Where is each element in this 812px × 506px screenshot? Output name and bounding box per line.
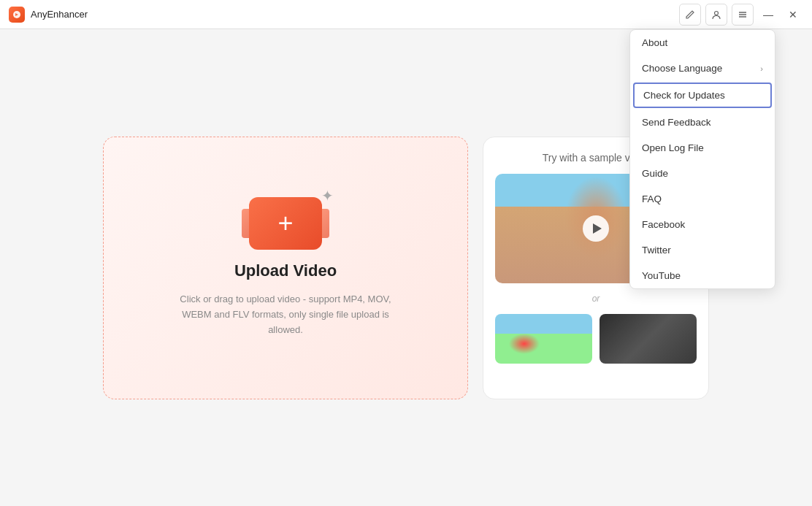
- sparkle-icon: ✦: [321, 187, 334, 204]
- menu-item-about[interactable]: About: [630, 30, 775, 55]
- minimize-icon: —: [763, 9, 773, 20]
- play-icon: [593, 223, 602, 234]
- menu-item-label-choose-language: Choose Language: [642, 63, 722, 74]
- menu-item-youtube[interactable]: YouTube: [630, 263, 775, 288]
- upload-desc: Click or drag to upload video - support …: [169, 292, 402, 337]
- minimize-button[interactable]: —: [758, 4, 778, 25]
- menu-item-faq[interactable]: FAQ: [630, 186, 775, 212]
- user-button[interactable]: [705, 4, 727, 26]
- or-text: or: [592, 294, 600, 304]
- play-button[interactable]: [583, 215, 609, 242]
- menu-item-guide[interactable]: Guide: [630, 161, 775, 186]
- app-icon: [9, 7, 25, 23]
- sample-thumb-2[interactable]: [600, 314, 697, 364]
- sample-thumb-1[interactable]: [495, 314, 592, 364]
- menu-item-label-check-updates: Check for Updates: [643, 90, 725, 101]
- menu-item-facebook[interactable]: Facebook: [630, 212, 775, 237]
- edit-button[interactable]: [679, 4, 701, 26]
- svg-point-1: [715, 11, 719, 15]
- menu-item-label-twitter: Twitter: [642, 245, 671, 256]
- plus-sign: +: [277, 208, 293, 239]
- thumbnail-row: [495, 314, 697, 364]
- chevron-right-icon: ›: [760, 64, 763, 73]
- upload-title: Upload Video: [234, 261, 337, 280]
- menu-item-send-feedback[interactable]: Send Feedback: [630, 110, 775, 135]
- edit-icon: [685, 9, 695, 20]
- title-bar: AnyEnhancer — ✕: [0, 0, 812, 29]
- menu-button[interactable]: [732, 4, 754, 26]
- dropdown-menu: AboutChoose Language›Check for UpdatesSe…: [629, 29, 775, 289]
- upload-icon: +: [249, 197, 322, 250]
- menu-item-choose-language[interactable]: Choose Language›: [630, 55, 775, 81]
- upload-area[interactable]: + ✦ Upload Video Click or drag to upload…: [103, 137, 468, 399]
- menu-item-label-about: About: [642, 37, 667, 48]
- app-title: AnyEnhancer: [31, 9, 88, 20]
- menu-item-check-updates[interactable]: Check for Updates: [633, 83, 772, 108]
- menu-item-open-log[interactable]: Open Log File: [630, 135, 775, 161]
- menu-item-label-faq: FAQ: [642, 193, 662, 204]
- menu-item-twitter[interactable]: Twitter: [630, 237, 775, 263]
- menu-item-label-send-feedback: Send Feedback: [642, 117, 711, 128]
- user-icon: [711, 9, 721, 20]
- upload-icon-container: + ✦: [249, 197, 322, 250]
- menu-item-label-open-log: Open Log File: [642, 142, 704, 153]
- thumb-1-image: [495, 314, 592, 364]
- menu-item-label-facebook: Facebook: [642, 219, 685, 230]
- title-bar-right: — ✕: [679, 4, 803, 26]
- menu-item-label-guide: Guide: [642, 168, 668, 179]
- menu-item-label-youtube: YouTube: [642, 270, 681, 281]
- hamburger-icon: [738, 9, 748, 20]
- close-button[interactable]: ✕: [783, 4, 803, 25]
- close-icon: ✕: [789, 9, 797, 20]
- title-bar-left: AnyEnhancer: [9, 7, 88, 23]
